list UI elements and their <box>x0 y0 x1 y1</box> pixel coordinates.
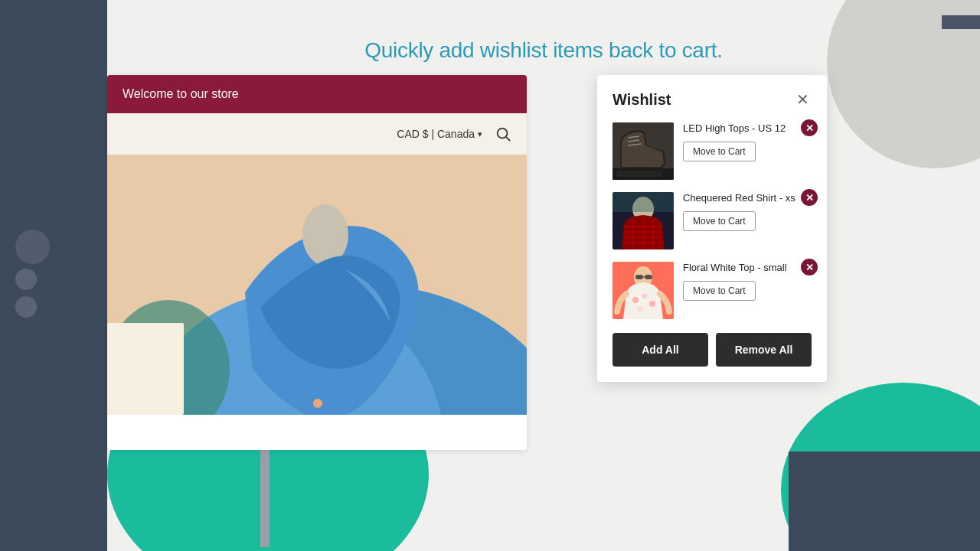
svg-rect-33 <box>635 275 643 279</box>
list-item: LED High Tops - US 12 Move to Cart ✕ <box>612 122 812 180</box>
add-all-button[interactable]: Add All <box>612 333 708 367</box>
close-button[interactable]: ✕ <box>793 90 812 109</box>
svg-point-29 <box>632 297 639 303</box>
item-image-top <box>612 262 674 319</box>
remove-item-top[interactable]: ✕ <box>801 259 818 276</box>
svg-rect-25 <box>612 192 674 212</box>
remove-item-boots[interactable]: ✕ <box>801 119 818 136</box>
item-image-shirt <box>612 192 674 249</box>
move-to-cart-button-boots[interactable]: Move to Cart <box>683 142 756 161</box>
wishlist-actions: Add All Remove All <box>612 333 812 367</box>
store-header: Welcome to our store <box>107 75 527 113</box>
item-image-boots <box>612 122 674 180</box>
item-details-top: Floral White Top - small Move to Cart <box>683 262 812 301</box>
svg-point-31 <box>649 301 655 307</box>
search-icon[interactable] <box>495 126 511 142</box>
sidebar-decoration <box>15 230 50 324</box>
svg-point-0 <box>498 129 508 139</box>
store-nav: CAD $ | Canada ▾ <box>107 113 527 155</box>
svg-point-30 <box>642 294 647 298</box>
item-name-shirt: Chequered Red Shirt - xs <box>683 192 812 205</box>
svg-rect-7 <box>107 323 184 415</box>
list-item: Floral White Top - small Move to Cart ✕ <box>612 262 812 319</box>
currency-selector[interactable]: CAD $ | Canada ▾ <box>397 128 482 140</box>
main-content: Quickly add wishlist items back to cart.… <box>107 0 980 551</box>
store-illustration <box>107 155 527 415</box>
wishlist-header: Wishlist ✕ <box>612 90 812 109</box>
move-to-cart-button-shirt[interactable]: Move to Cart <box>683 211 756 231</box>
svg-rect-34 <box>645 275 652 279</box>
svg-point-32 <box>638 307 643 312</box>
store-card: Welcome to our store CAD $ | Canada ▾ <box>107 75 527 450</box>
svg-rect-15 <box>616 171 662 177</box>
wishlist-panel: Wishlist ✕ <box>597 75 827 382</box>
remove-all-button[interactable]: Remove All <box>716 333 812 367</box>
page-headline: Quickly add wishlist items back to cart. <box>107 0 980 63</box>
move-to-cart-button-top[interactable]: Move to Cart <box>683 281 756 301</box>
svg-line-1 <box>506 137 510 141</box>
list-item: Chequered Red Shirt - xs Move to Cart ✕ <box>612 192 812 249</box>
svg-point-8 <box>313 399 322 408</box>
chevron-down-icon: ▾ <box>478 129 482 139</box>
item-name-boots: LED High Tops - US 12 <box>683 122 812 135</box>
remove-item-shirt[interactable]: ✕ <box>801 189 818 206</box>
item-details-shirt: Chequered Red Shirt - xs Move to Cart <box>683 192 812 231</box>
wishlist-title: Wishlist <box>612 91 671 109</box>
item-name-top: Floral White Top - small <box>683 262 812 275</box>
item-details-boots: LED High Tops - US 12 Move to Cart <box>683 122 812 161</box>
